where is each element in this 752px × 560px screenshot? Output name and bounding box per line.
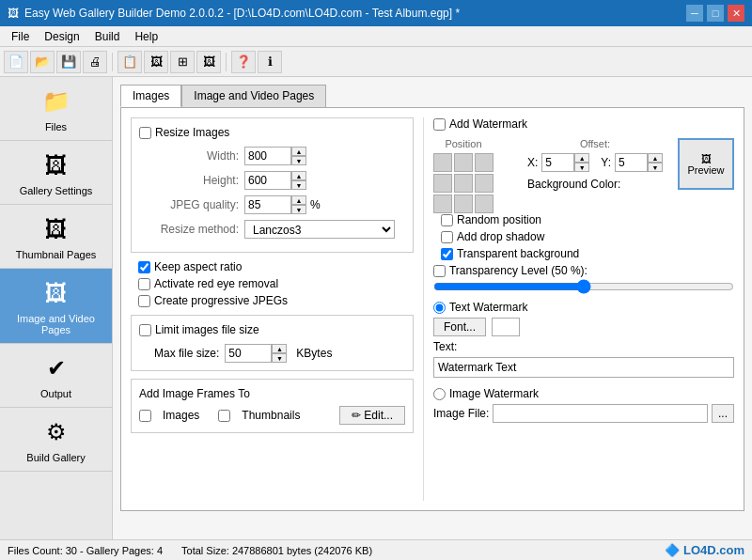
position-grid [433, 153, 494, 213]
toolbar-help[interactable]: ❓ [231, 51, 256, 73]
limit-label: Limit images file size [155, 323, 259, 336]
height-down[interactable]: ▼ [291, 180, 306, 190]
frames-images-label: Images [163, 409, 199, 422]
text-label: Text: [433, 340, 457, 353]
drop-shadow-checkbox[interactable] [441, 231, 453, 243]
jpeg-up[interactable]: ▲ [291, 195, 306, 205]
x-up[interactable]: ▲ [574, 153, 589, 163]
transparent-bg-checkbox[interactable] [441, 248, 453, 260]
grid-cell-7[interactable] [433, 194, 452, 213]
x-input[interactable] [541, 153, 574, 172]
max-size-input[interactable] [225, 344, 272, 363]
grid-cell-9[interactable] [475, 194, 494, 213]
image-file-input[interactable] [493, 404, 708, 423]
main: 📁 Files 🖼 Gallery Settings 🖼 Thumbnail P… [0, 77, 752, 539]
jpeg-label: JPEG quality: [154, 198, 239, 211]
resize-checkbox[interactable] [139, 127, 151, 139]
image-watermark-radio[interactable] [433, 388, 446, 400]
transparency-slider[interactable] [433, 281, 734, 292]
width-down[interactable]: ▼ [291, 156, 306, 165]
toolbar-grid3[interactable]: 🖼 [196, 51, 221, 73]
limit-checkbox[interactable] [139, 324, 151, 336]
sidebar-item-gallery-settings[interactable]: 🖼 Gallery Settings [0, 141, 112, 205]
sidebar-item-files[interactable]: 📁 Files [0, 77, 112, 141]
height-input[interactable] [244, 171, 291, 190]
grid-cell-6[interactable] [475, 174, 494, 193]
grid-cell-5[interactable] [454, 174, 473, 193]
sidebar-item-output[interactable]: ✔ Output [0, 344, 112, 408]
toolbar-print[interactable]: 🖨 [83, 51, 107, 73]
menu-help[interactable]: Help [127, 28, 165, 45]
grid-cell-4[interactable] [433, 174, 452, 193]
max-size-down[interactable]: ▼ [272, 353, 287, 363]
toolbar-new[interactable]: 📄 [4, 51, 28, 73]
menu-design[interactable]: Design [37, 28, 86, 45]
image-watermark-label: Image Watermark [449, 387, 539, 400]
toolbar-info[interactable]: ℹ [258, 51, 282, 73]
text-watermark-radio[interactable] [433, 302, 446, 314]
grid-cell-3[interactable] [475, 153, 494, 172]
titlebar-controls: ─ □ ✕ [686, 5, 744, 22]
max-size-label: Max file size: [154, 347, 219, 360]
tab-images[interactable]: Images [120, 85, 181, 107]
y-label: Y: [601, 156, 611, 169]
edit-frames-button[interactable]: ✏ Edit... [339, 406, 405, 425]
red-eye-checkbox[interactable] [138, 278, 150, 290]
frames-thumbnails-checkbox[interactable] [218, 410, 230, 422]
width-input[interactable] [244, 147, 291, 165]
transparent-bg-label: Transparent background [457, 247, 579, 260]
toolbar-grid1[interactable]: 📋 [118, 51, 142, 73]
height-up[interactable]: ▲ [291, 171, 306, 180]
method-select[interactable]: Lanczos3 Bilinear Bicubic Nearest [244, 220, 395, 239]
random-pos-checkbox[interactable] [441, 214, 453, 226]
jpeg-spinner: ▲ ▼ [244, 195, 306, 214]
tab-image-video-pages[interactable]: Image and Video Pages [181, 85, 326, 107]
keep-aspect-checkbox[interactable] [138, 261, 150, 273]
y-input[interactable] [615, 153, 648, 172]
maximize-button[interactable]: □ [707, 5, 724, 22]
toolbar-grid2[interactable]: ⊞ [170, 51, 195, 73]
grid-cell-2[interactable] [454, 153, 473, 172]
watermark-text-input[interactable] [433, 357, 734, 378]
y-down[interactable]: ▼ [648, 163, 663, 172]
font-color-swatch[interactable] [492, 318, 520, 336]
build-gallery-icon: ⚙ [38, 415, 75, 449]
frames-images-checkbox[interactable] [139, 410, 151, 422]
browse-button[interactable]: ... [712, 404, 734, 423]
transparency-slider-container [433, 281, 734, 295]
preview-button[interactable]: 🖼 Preview [678, 138, 734, 190]
statusbar: Files Count: 30 - Gallery Pages: 4 Total… [0, 539, 752, 560]
sidebar-item-build-gallery[interactable]: ⚙ Build Gallery [0, 408, 112, 472]
transparency-checkbox[interactable] [433, 265, 446, 277]
add-watermark-checkbox[interactable] [433, 118, 446, 131]
jpeg-down[interactable]: ▼ [291, 205, 306, 214]
menu-build[interactable]: Build [87, 28, 128, 45]
y-up[interactable]: ▲ [648, 153, 663, 163]
max-size-spinners: ▲ ▼ [272, 344, 287, 363]
right-panel: Add Watermark Position [423, 117, 734, 501]
sidebar-item-thumbnail-pages[interactable]: 🖼 Thumbnail Pages [0, 205, 112, 269]
grid-cell-1[interactable] [433, 153, 452, 172]
max-size-spinner: ▲ ▼ [225, 344, 287, 363]
toolbar-open[interactable]: 📂 [30, 51, 55, 73]
toolbar-image[interactable]: 🖼 [144, 51, 168, 73]
app-title: Easy Web Gallery Builder Demo 2.0.0.2 - … [24, 7, 460, 20]
preview-container: 🖼 Preview [678, 138, 734, 190]
font-button[interactable]: Font... [433, 318, 486, 336]
grid-cell-8[interactable] [454, 194, 473, 213]
width-up[interactable]: ▲ [291, 147, 306, 156]
position-label: Position [433, 138, 494, 149]
minimize-button[interactable]: ─ [686, 5, 703, 22]
files-count: Files Count: 30 - Gallery Pages: 4 [8, 545, 163, 556]
resize-label: Resize Images [155, 126, 229, 139]
menu-file[interactable]: File [4, 28, 37, 45]
max-size-up[interactable]: ▲ [272, 344, 287, 353]
sidebar-item-image-video-pages[interactable]: 🖼 Image and Video Pages [0, 269, 112, 344]
method-row: Resize method: Lanczos3 Bilinear Bicubic… [139, 220, 405, 239]
close-button[interactable]: ✕ [728, 5, 744, 22]
x-down[interactable]: ▼ [574, 163, 589, 172]
jpeg-input[interactable] [244, 195, 291, 214]
toolbar-save[interactable]: 💾 [56, 51, 81, 73]
progressive-checkbox[interactable] [138, 295, 150, 307]
output-icon: ✔ [38, 351, 75, 385]
